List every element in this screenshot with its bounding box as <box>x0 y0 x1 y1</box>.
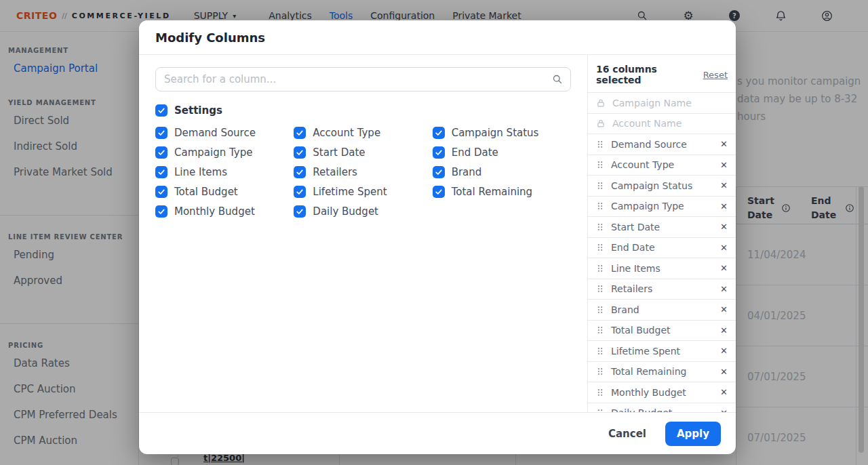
drag-handle-icon[interactable] <box>596 325 604 335</box>
selected-column-monthly-budget[interactable]: Monthly Budget✕ <box>588 382 736 403</box>
checkbox-checked-icon <box>294 146 306 159</box>
checkbox-checked-icon <box>294 127 306 139</box>
settings-group-checkbox[interactable]: Settings <box>155 104 571 117</box>
selected-column-label: Campaign Type <box>611 201 684 211</box>
selected-column-label: Monthly Budget <box>611 387 686 398</box>
column-checkbox-grid: Demand SourceAccount TypeCampaign Status… <box>155 127 571 218</box>
column-checkbox-total-remaining[interactable]: Total Remaining <box>433 186 571 198</box>
checkbox-checked-icon <box>155 104 167 117</box>
selected-column-lifetime-spent[interactable]: Lifetime Spent✕ <box>588 340 736 361</box>
column-search-input[interactable] <box>155 67 571 92</box>
checkbox-checked-icon <box>155 166 167 178</box>
remove-column-icon[interactable]: ✕ <box>720 263 728 273</box>
selected-column-label: Start Date <box>611 222 660 232</box>
column-checkbox-account-type[interactable]: Account Type <box>294 127 432 139</box>
column-checkbox-lifetime-spent[interactable]: Lifetime Spent <box>294 186 432 198</box>
selected-column-label: Total Budget <box>611 325 671 336</box>
drag-handle-icon[interactable] <box>596 160 604 169</box>
locked-column-label: Campaign Name <box>612 98 692 108</box>
remove-column-icon[interactable]: ✕ <box>720 201 728 211</box>
checkbox-checked-icon <box>155 127 167 139</box>
selected-column-label: Total Remaining <box>611 366 687 377</box>
remove-column-icon[interactable]: ✕ <box>720 160 728 170</box>
remove-column-icon[interactable]: ✕ <box>720 367 728 377</box>
column-checkbox-label: Retailers <box>313 166 357 178</box>
modal-title: Modify Columns <box>139 20 736 55</box>
selected-column-end-date[interactable]: End Date✕ <box>588 237 736 258</box>
column-checkbox-daily-budget[interactable]: Daily Budget <box>294 205 432 218</box>
selected-columns-panel: 16 columns selected Reset Campaign NameA… <box>587 55 736 412</box>
checkbox-checked-icon <box>294 166 306 178</box>
remove-column-icon[interactable]: ✕ <box>720 243 728 253</box>
selected-column-label: Lifetime Spent <box>611 346 680 357</box>
column-checkbox-label: Demand Source <box>174 127 256 139</box>
selected-column-account-type[interactable]: Account Type✕ <box>588 155 736 176</box>
selected-column-retailers[interactable]: Retailers✕ <box>588 279 736 300</box>
column-checkbox-total-budget[interactable]: Total Budget <box>155 186 294 198</box>
selected-column-label: Line Items <box>611 263 660 274</box>
column-checkbox-campaign-type[interactable]: Campaign Type <box>155 146 294 159</box>
column-checkbox-start-date[interactable]: Start Date <box>294 146 432 159</box>
drag-handle-icon[interactable] <box>596 264 604 273</box>
column-checkbox-brand[interactable]: Brand <box>433 166 571 178</box>
column-checkbox-monthly-budget[interactable]: Monthly Budget <box>155 205 294 218</box>
remove-column-icon[interactable]: ✕ <box>720 325 728 336</box>
remove-column-icon[interactable]: ✕ <box>720 284 728 294</box>
apply-button[interactable]: Apply <box>665 422 721 446</box>
modify-columns-modal: Modify Columns Settings Demand SourceAcc… <box>139 20 736 454</box>
settings-group-label: Settings <box>174 104 222 117</box>
drag-handle-icon[interactable] <box>596 181 604 190</box>
column-checkbox-label: Lifetime Spent <box>313 186 387 198</box>
selected-column-label: Account Type <box>611 159 674 170</box>
drag-handle-icon[interactable] <box>596 201 604 211</box>
selected-column-start-date[interactable]: Start Date✕ <box>588 216 736 237</box>
remove-column-icon[interactable]: ✕ <box>720 222 728 232</box>
drag-handle-icon[interactable] <box>596 346 604 356</box>
cancel-button[interactable]: Cancel <box>608 428 646 440</box>
selected-column-label: End Date <box>611 242 655 253</box>
drag-handle-icon[interactable] <box>596 222 604 232</box>
selected-count: 16 columns selected <box>596 64 703 85</box>
checkbox-checked-icon <box>433 127 445 139</box>
selected-columns-list: Campaign NameAccount NameDemand Source✕A… <box>588 92 736 412</box>
column-checkbox-end-date[interactable]: End Date <box>433 146 571 159</box>
selected-column-total-remaining[interactable]: Total Remaining✕ <box>588 361 736 382</box>
checkbox-checked-icon <box>433 166 445 178</box>
selected-column-label: Brand <box>611 304 639 315</box>
lock-icon <box>596 119 606 128</box>
reset-link[interactable]: Reset <box>703 70 728 80</box>
column-checkbox-demand-source[interactable]: Demand Source <box>155 127 294 139</box>
drag-handle-icon[interactable] <box>596 305 604 315</box>
selected-column-brand[interactable]: Brand✕ <box>588 299 736 320</box>
selected-column-line-items[interactable]: Line Items✕ <box>588 258 736 279</box>
lock-icon <box>596 98 606 108</box>
remove-column-icon[interactable]: ✕ <box>720 180 728 190</box>
column-checkbox-label: Daily Budget <box>313 205 378 218</box>
column-checkbox-line-items[interactable]: Line Items <box>155 166 294 178</box>
locked-column-label: Account Name <box>612 118 682 129</box>
column-checkbox-retailers[interactable]: Retailers <box>294 166 432 178</box>
selected-column-campaign-type[interactable]: Campaign Type✕ <box>588 196 736 217</box>
column-checkbox-campaign-status[interactable]: Campaign Status <box>433 127 571 139</box>
remove-column-icon[interactable]: ✕ <box>720 346 728 356</box>
selected-column-demand-source[interactable]: Demand Source✕ <box>588 134 736 155</box>
column-checkbox-label: Campaign Status <box>452 127 539 139</box>
selected-column-daily-budget[interactable]: Daily Budget✕ <box>588 403 736 413</box>
drag-handle-icon[interactable] <box>596 388 604 397</box>
checkbox-checked-icon <box>294 186 306 198</box>
drag-handle-icon[interactable] <box>596 243 604 252</box>
drag-handle-icon[interactable] <box>596 367 604 376</box>
drag-handle-icon[interactable] <box>596 140 604 149</box>
selected-column-label: Daily Budget <box>611 407 672 412</box>
remove-column-icon[interactable]: ✕ <box>720 304 728 315</box>
selected-column-total-budget[interactable]: Total Budget✕ <box>588 320 736 341</box>
remove-column-icon[interactable]: ✕ <box>720 139 728 149</box>
column-checkbox-label: Monthly Budget <box>174 205 255 218</box>
checkbox-checked-icon <box>155 205 167 218</box>
modal-body: Settings Demand SourceAccount TypeCampai… <box>139 55 736 412</box>
modal-footer: Cancel Apply <box>139 412 736 454</box>
selected-column-campaign-status[interactable]: Campaign Status✕ <box>588 175 736 196</box>
drag-handle-icon[interactable] <box>596 284 604 294</box>
column-checkbox-label: Total Budget <box>174 186 238 198</box>
remove-column-icon[interactable]: ✕ <box>720 387 728 397</box>
